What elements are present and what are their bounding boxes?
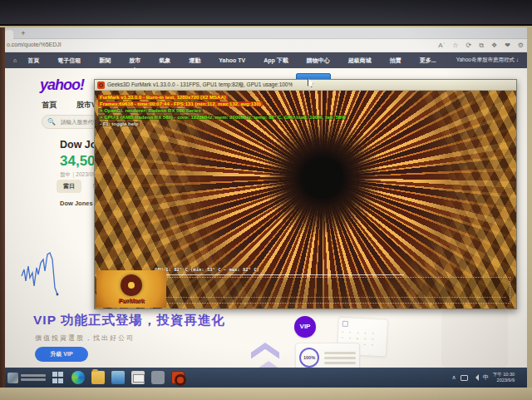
nav-item-app-download[interactable]: App 下載 xyxy=(254,57,298,65)
search-icon: 🔍 xyxy=(47,118,56,126)
vip-promo-title: VIP 功能正式登場，投資再進化 xyxy=(33,312,225,329)
furmark-title-bar[interactable]: Geeks3D FurMark v1.33.0.0 - 131FPS, GPU1… xyxy=(95,80,516,91)
collections-icon[interactable]: ❖ xyxy=(491,41,497,51)
osd-line-test: FurMark v1.33.0.0 - Burn-in test, 1280x7… xyxy=(98,95,228,100)
system-tray: ∧ 中 下午 10:30 2023/9/9 xyxy=(452,372,527,383)
furmark-render-view: FurMark v1.33.0.0 - Burn-in test, 1280x7… xyxy=(95,91,516,309)
network-display-icon[interactable] xyxy=(461,375,468,381)
promo-background-panel xyxy=(441,309,508,368)
graph-baseline xyxy=(157,297,506,298)
furmark-logo-text: FurMark xyxy=(118,297,145,304)
vip-circle-badge: VIP xyxy=(294,316,316,338)
read-aloud-icon[interactable]: Aʾ xyxy=(438,41,445,51)
osd-line-renderer: > OpenGL renderer: Radeon RX 580 Series xyxy=(98,108,203,113)
windows-taskbar: ∧ 中 下午 10:30 2023/9/9 xyxy=(5,368,527,388)
browser-tab-bar: + xyxy=(5,27,527,39)
browser-essentials-icon[interactable]: ❤ xyxy=(505,41,510,51)
price-sparkline-chart xyxy=(17,235,75,305)
photo-of-monitor: + o.com/quote/%5EDJI Aʾ ☆ ⟳ ⧉ ❖ ❤ ⚙ ⌂ 首頁… xyxy=(0,0,532,400)
widget-thumbnail xyxy=(7,373,18,383)
upgrade-vip-button[interactable]: 升級 VIP xyxy=(35,347,88,362)
clock-date: 2023/9/9 xyxy=(493,378,515,383)
volume-icon[interactable] xyxy=(472,374,479,381)
widget-text-lines xyxy=(21,373,46,383)
nav-item-sports[interactable]: 運動 xyxy=(180,57,209,65)
nav-app-promo-link[interactable]: Yahoo奇摩股市應用程式 ↓ xyxy=(456,57,519,64)
clock-time: 下午 10:30 xyxy=(493,372,515,378)
furmark-osd: FurMark v1.33.0.0 - Burn-in test, 1280x7… xyxy=(98,94,347,127)
monitor-top-bezel xyxy=(0,0,532,26)
new-tab-button[interactable]: + xyxy=(18,28,28,38)
file-explorer-icon[interactable] xyxy=(111,371,125,384)
browser-tab[interactable] xyxy=(5,30,13,39)
ime-indicator[interactable]: 中 xyxy=(483,373,489,382)
desk-surface xyxy=(0,388,532,400)
furmark-taskbar-icon[interactable] xyxy=(171,371,185,384)
nav-item-stock[interactable]: 股市 xyxy=(120,57,150,65)
calendar-icon xyxy=(342,321,348,327)
taskbar-widgets-button[interactable] xyxy=(5,368,48,388)
browser-toolbar: Aʾ ☆ ⟳ ⧉ ❖ ❤ ⚙ xyxy=(438,41,524,51)
nav-item-home[interactable]: 首頁 xyxy=(18,57,48,65)
nav-item-weather[interactable]: 氣象 xyxy=(150,57,180,65)
extensions-icon[interactable]: ⚙ xyxy=(518,41,524,51)
gpu-temp-plot-line xyxy=(155,274,404,275)
yahoo-top-nav: ⌂ 首頁 電子信箱 新聞 股市 氣象 運動 Yahoo TV App 下載 購物… xyxy=(5,52,527,68)
sparkline-end-dot xyxy=(57,294,59,296)
furmark-app-icon xyxy=(97,81,105,89)
folder-icon[interactable] xyxy=(91,371,105,384)
vip-promo-subtitle: 價值投資選股，找出好公司 xyxy=(35,333,135,343)
nav-item-auction[interactable]: 拍賣 xyxy=(381,57,411,65)
nav-item-news[interactable]: 新聞 xyxy=(90,57,120,65)
refresh-icon[interactable]: ⟳ xyxy=(466,41,472,51)
promo-chevron-shape xyxy=(251,343,279,364)
score-ring: 100% xyxy=(299,348,319,368)
nav-item-mail[interactable]: 電子信箱 xyxy=(48,57,90,65)
gpu-temp-graph-label: GPU 1: 82° C (min: 53° C - max: 82° C) xyxy=(155,267,259,272)
furmark-logo: FurMark xyxy=(96,270,166,308)
tray-expand-caret[interactable]: ∧ xyxy=(452,374,456,381)
start-button[interactable] xyxy=(52,371,65,384)
nav-item-yahoo-tv[interactable]: Yahoo TV xyxy=(209,57,254,63)
yahoo-logo[interactable]: yahoo! xyxy=(40,77,84,94)
url-text[interactable]: o.com/quote/%5EDJI xyxy=(7,42,62,47)
furmark-donut-icon xyxy=(121,274,142,296)
period-tab-day[interactable]: 當日 xyxy=(57,180,81,193)
sparkline-line xyxy=(22,253,57,294)
furmark-window-title: Geeks3D FurMark v1.33.0.0 - 131FPS, GPU1… xyxy=(107,81,293,89)
nav-item-mall[interactable]: 超級商城 xyxy=(339,57,381,65)
nav-item-more[interactable]: 更多... xyxy=(411,57,446,65)
monitor-right-bezel xyxy=(527,27,532,388)
home-icon[interactable]: ⌂ xyxy=(13,57,17,63)
gpu-temp-graph-box xyxy=(153,277,510,304)
favorite-icon[interactable]: ☆ xyxy=(452,41,458,51)
osd-line-frames: Frames:69638 - time:00:07:44 - FPS:131 (… xyxy=(98,101,263,106)
edge-browser-icon[interactable] xyxy=(71,371,85,384)
split-screen-icon[interactable]: ⧉ xyxy=(479,41,484,51)
furmark-window[interactable]: Geeks3D FurMark v1.33.0.0 - 131FPS, GPU1… xyxy=(94,79,517,309)
osd-line-help: - F1: toggle help xyxy=(98,121,140,126)
browser-address-bar[interactable]: o.com/quote/%5EDJI Aʾ ☆ ⟳ ⧉ ❖ ❤ ⚙ xyxy=(5,39,527,52)
osd-line-gpu: > GPU 1 (AMD Radeon RX 580) - core: 1223… xyxy=(98,115,347,120)
chat-app-icon[interactable] xyxy=(151,371,165,384)
nav-item-shopping[interactable]: 購物中心 xyxy=(298,57,339,65)
mail-app-icon[interactable] xyxy=(131,371,145,384)
tab-home[interactable]: 首頁 xyxy=(42,100,57,111)
taskbar-clock[interactable]: 下午 10:30 2023/9/9 xyxy=(493,372,515,383)
score-text-lines xyxy=(324,349,356,367)
